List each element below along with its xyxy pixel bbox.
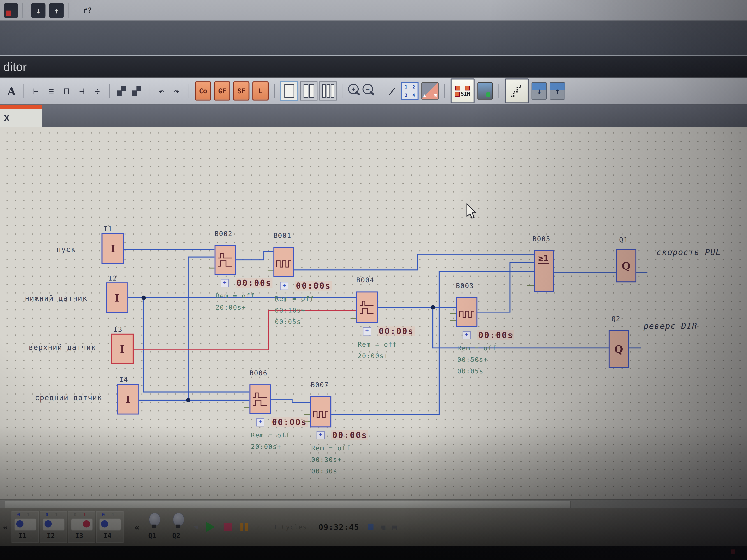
expand-params-icon[interactable]: + [316, 431, 325, 439]
wire-b001-b005 [294, 254, 534, 270]
tree-view-icon[interactable]: ▦ [381, 523, 386, 532]
align-left-icon[interactable]: ⊢ [29, 83, 43, 99]
input-block-I2[interactable]: I [106, 282, 128, 313]
function-block-B007[interactable] [310, 396, 331, 427]
context-help-icon[interactable]: ↱? [77, 3, 99, 18]
download-icon[interactable]: ↓ [31, 3, 46, 18]
special-functions-SF-button[interactable]: SF [233, 81, 250, 101]
wire-b006-b007 [271, 399, 310, 403]
simulation-button[interactable]: — SIM [450, 78, 474, 103]
expand-params-icon[interactable]: + [463, 331, 471, 339]
function-block-B003[interactable] [456, 297, 478, 327]
timer-current-value: 00:00s [331, 430, 368, 440]
param-value: 00:50s+ [457, 355, 488, 363]
off-delay-timer-icon [252, 391, 268, 408]
output-block-Q2[interactable]: Q [609, 330, 629, 368]
input-block-I4[interactable]: I [117, 384, 139, 415]
sim-input-switch-I2[interactable]: 01 I2 [40, 511, 67, 543]
convert-diagram-icon[interactable]: ▲▣ [421, 82, 439, 100]
scrollbar-thumb[interactable] [5, 501, 571, 508]
collapse-left-icon[interactable]: « [3, 522, 8, 532]
pen-tool-icon[interactable]: ∕ [384, 82, 401, 100]
block-label: B006 [250, 369, 267, 377]
function-block-B005[interactable]: ≥1 [534, 250, 554, 292]
block-numbering-icon[interactable]: 1234 [401, 82, 418, 100]
or-gate-symbol: ≥1 [538, 254, 548, 264]
split-two-windows-icon[interactable] [300, 81, 317, 101]
align-top-icon[interactable]: ⊓ [60, 83, 73, 99]
block-label: I4 [119, 376, 128, 383]
block-label: B005 [533, 235, 550, 243]
divider [380, 84, 380, 98]
sim-output-lamp-Q1: Q1 [143, 512, 166, 542]
transfer-pc-to-logo-icon[interactable]: ↓ [532, 82, 547, 100]
wire-b003-b005 [478, 263, 534, 312]
online-test-icon[interactable] [478, 82, 493, 100]
upload-icon[interactable]: ↑ [49, 3, 64, 18]
function-block-B004[interactable] [356, 292, 378, 323]
diagram-canvas[interactable]: I1 I пуск I2 I нижний датчик I3 I верхни… [0, 127, 747, 499]
sim-input-switch-I1[interactable]: 01 I1 [11, 511, 39, 543]
sim-step-icon[interactable]: ↻ [256, 521, 262, 533]
block-label: B001 [274, 232, 292, 239]
sim-input-switch-I3[interactable]: 01 I3 [68, 511, 95, 543]
wire-b002-b001 [236, 251, 274, 260]
expand-params-icon[interactable]: + [280, 282, 288, 290]
transfer-logo-to-pc-icon[interactable]: ↑ [550, 82, 565, 100]
constants-Co-button[interactable]: Co [195, 81, 211, 101]
block-label: Q2 [612, 315, 620, 323]
drag-tool-icon[interactable]: ☚ [194, 522, 199, 532]
single-window-icon[interactable] [280, 81, 298, 101]
undo-icon[interactable]: ↶ [155, 83, 168, 99]
expand-params-icon[interactable]: + [221, 279, 229, 287]
timer-current-value: 00:00s [478, 330, 514, 340]
basic-functions-GF-button[interactable]: GF [214, 81, 230, 101]
bring-forward-icon[interactable] [115, 85, 128, 97]
send-backward-icon[interactable] [131, 85, 143, 97]
distribute-icon[interactable]: ÷ [91, 83, 104, 99]
split-connection-button[interactable] [505, 78, 529, 103]
timer-current-value: 00:00s [378, 326, 415, 336]
logic-L-button[interactable]: L [252, 81, 268, 101]
cycles-counter[interactable]: 1 Cycles [273, 524, 307, 531]
function-block-B006[interactable] [250, 384, 271, 414]
comment-i3: верхний датчик [29, 343, 96, 352]
zoom-out-icon[interactable]: − [361, 83, 376, 99]
sim-stop-icon[interactable] [223, 523, 231, 531]
function-block-B001[interactable] [274, 247, 294, 276]
zoom-in-icon[interactable]: + [347, 83, 361, 99]
input-block-I3[interactable]: I [111, 334, 134, 364]
simulation-toolbar: « 01 I1 01 I2 01 I3 01 I4 « Q1 Q2 [0, 508, 747, 545]
pulse-generator-icon [312, 405, 329, 419]
function-block-B002[interactable] [214, 245, 236, 275]
horizontal-scrollbar[interactable] [0, 499, 747, 509]
document-tab-strip: x [0, 104, 747, 127]
align-bottom-icon[interactable]: ⊣ [75, 83, 89, 99]
table-view-icon[interactable]: ▤ [392, 523, 397, 532]
tab-close-label[interactable]: x [4, 111, 9, 123]
expand-params-icon[interactable]: + [256, 418, 264, 426]
pulse-generator-icon [276, 255, 292, 269]
clock-tool-icon[interactable] [368, 524, 374, 530]
input-block-I1[interactable]: I [101, 233, 124, 264]
switch-state-dot [83, 520, 90, 528]
sim-input-switch-I4[interactable]: 01 I4 [96, 511, 124, 543]
redo-icon[interactable]: ↷ [170, 83, 183, 99]
expand-params-icon[interactable]: + [363, 327, 371, 336]
split-three-windows-icon[interactable] [319, 81, 337, 101]
collapse-right-icon[interactable]: « [134, 522, 140, 532]
output-block-Q1[interactable]: Q [616, 249, 636, 283]
power-led [731, 550, 735, 554]
divider [22, 3, 23, 18]
text-tool-icon[interactable]: A [5, 83, 18, 99]
comment-i1: пуск [56, 245, 76, 254]
param-value: 20:00s+ [251, 443, 281, 451]
diagram-tab[interactable]: x [0, 105, 42, 127]
align-right-icon[interactable]: ≡ [45, 83, 58, 99]
timer-current-value: 00:00s [236, 278, 273, 288]
block-label: B003 [456, 282, 474, 290]
sim-start-icon[interactable] [206, 522, 215, 532]
comment-i2: нижний датчик [25, 294, 87, 302]
sim-pause-icon[interactable] [240, 523, 248, 531]
stop-tool-icon[interactable] [4, 3, 18, 18]
